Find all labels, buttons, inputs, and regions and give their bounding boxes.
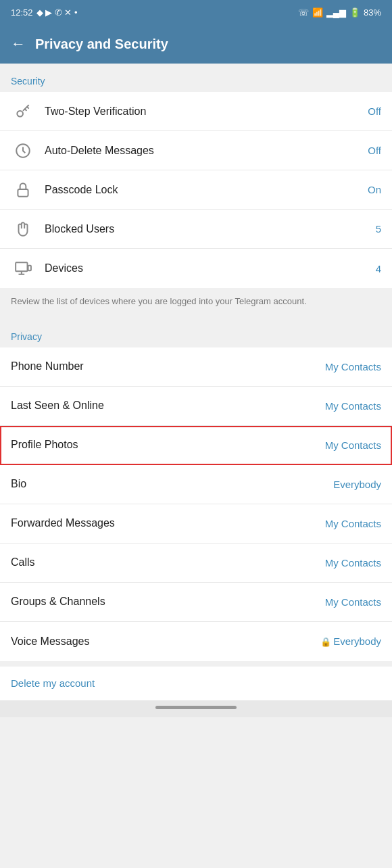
calls-item[interactable]: Calls My Contacts (0, 544, 392, 583)
calls-label: Calls (11, 556, 325, 569)
devices-info: Review the list of devices where you are… (0, 288, 392, 319)
svg-rect-2 (18, 189, 28, 196)
forwarded-messages-value: My Contacts (325, 518, 381, 529)
two-step-verification-item[interactable]: Two-Step Verification Off (0, 92, 392, 131)
privacy-section-label: Privacy (0, 319, 392, 347)
blocked-users-value: 5 (376, 223, 381, 235)
privacy-settings-group: Phone Number My Contacts Last Seen & Onl… (0, 347, 392, 661)
groups-channels-label: Groups & Channels (11, 596, 325, 608)
two-step-value: Off (368, 105, 381, 117)
phone-number-value: My Contacts (325, 361, 381, 372)
status-bar-right: ☏ 📶 ▂▄▆ 🔋 83% (298, 7, 381, 18)
two-step-label: Two-Step Verification (45, 105, 368, 118)
groups-channels-item[interactable]: Groups & Channels My Contacts (0, 583, 392, 622)
auto-delete-item[interactable]: Auto-Delete Messages Off (0, 131, 392, 170)
clock-icon (11, 142, 35, 160)
devices-value: 4 (376, 263, 381, 274)
status-bar: 12:52 ◆ ▶ ✆ ✕ • ☏ 📶 ▂▄▆ 🔋 83% (0, 0, 392, 24)
bio-label: Bio (11, 478, 333, 490)
last-seen-item[interactable]: Last Seen & Online My Contacts (0, 387, 392, 426)
svg-rect-4 (28, 266, 31, 271)
voice-messages-value: 🔒Everybody (320, 635, 381, 647)
bio-value: Everybody (333, 479, 381, 490)
passcode-label: Passcode Lock (45, 184, 368, 196)
passcode-value: On (368, 184, 381, 195)
battery-text: 83% (364, 7, 381, 18)
monitor-icon (11, 260, 35, 277)
groups-channels-value: My Contacts (325, 596, 381, 608)
lock-badge-icon: 🔒 (320, 637, 331, 647)
forwarded-messages-label: Forwarded Messages (11, 517, 325, 529)
blocked-users-item[interactable]: Blocked Users 5 (0, 210, 392, 249)
devices-item[interactable]: Devices 4 (0, 249, 392, 288)
delete-account-section: Delete my account (0, 667, 392, 700)
last-seen-value: My Contacts (325, 400, 381, 412)
delete-account-button[interactable]: Delete my account (11, 677, 95, 689)
profile-photos-label: Profile Photos (11, 439, 325, 451)
status-time: 12:52 (11, 7, 33, 18)
profile-photos-value: My Contacts (325, 439, 381, 451)
blocked-users-label: Blocked Users (45, 223, 376, 235)
bottom-bar (0, 700, 392, 717)
devices-label: Devices (45, 262, 376, 274)
auto-delete-label: Auto-Delete Messages (45, 145, 368, 157)
status-bar-left: 12:52 ◆ ▶ ✆ ✕ • (11, 7, 78, 18)
status-icons: ◆ ▶ ✆ ✕ • (36, 7, 78, 18)
passcode-lock-item[interactable]: Passcode Lock On (0, 170, 392, 210)
back-button[interactable]: ← (11, 35, 26, 53)
key-icon (11, 103, 35, 120)
svg-point-0 (17, 110, 23, 116)
forwarded-messages-item[interactable]: Forwarded Messages My Contacts (0, 504, 392, 544)
last-seen-label: Last Seen & Online (11, 400, 325, 412)
profile-photos-item[interactable]: Profile Photos My Contacts (0, 426, 392, 465)
page-title: Privacy and Security (35, 37, 168, 52)
auto-delete-value: Off (368, 145, 381, 156)
voice-messages-item[interactable]: Voice Messages 🔒Everybody (0, 622, 392, 661)
wifi-icon: 📶 (312, 7, 323, 18)
hand-icon (11, 220, 35, 238)
bottom-pill (155, 706, 237, 709)
security-settings-group: Two-Step Verification Off Auto-Delete Me… (0, 92, 392, 288)
header: ← Privacy and Security (0, 24, 392, 64)
signal-icon: ▂▄▆ (326, 7, 346, 18)
content: Security Two-Step Verification Off Auto- (0, 64, 392, 700)
bio-item[interactable]: Bio Everybody (0, 465, 392, 504)
battery-icon: 🔋 (349, 7, 360, 18)
phone-number-label: Phone Number (11, 360, 325, 372)
security-section-label: Security (0, 64, 392, 92)
svg-rect-3 (16, 262, 27, 271)
call-icon: ☏ (298, 7, 309, 18)
lock-icon (11, 181, 35, 199)
phone-number-item[interactable]: Phone Number My Contacts (0, 347, 392, 387)
calls-value: My Contacts (325, 557, 381, 569)
voice-messages-label: Voice Messages (11, 635, 320, 648)
